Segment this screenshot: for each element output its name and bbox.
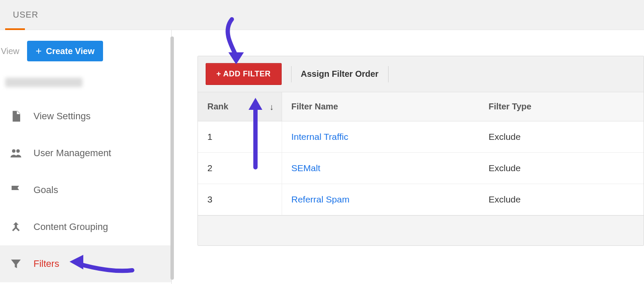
cell-rank: 3 <box>198 184 282 215</box>
cell-name: Internal Traffic <box>282 121 479 153</box>
sidebar: View + Create View View Settings U <box>0 30 172 284</box>
table-row: 2 SEMalt Exclude <box>198 153 644 184</box>
sidebar-nav: View Settings User Management Goals <box>0 98 171 282</box>
filters-panel: + ADD FILTER Assign Filter Order Rank ↓ <box>197 56 644 246</box>
sort-down-icon: ↓ <box>270 102 274 112</box>
tab-user-label: USER <box>13 10 39 20</box>
filter-link[interactable]: SEMalt <box>292 163 321 173</box>
redacted-text <box>5 78 82 87</box>
sidebar-item-view-settings[interactable]: View Settings <box>0 98 171 135</box>
panel-toolbar: + ADD FILTER Assign Filter Order <box>198 56 644 92</box>
cell-name: SEMalt <box>282 153 479 184</box>
col-rank[interactable]: Rank ↓ <box>198 92 282 121</box>
add-filter-label: + ADD FILTER <box>216 69 271 78</box>
svg-point-0 <box>12 149 15 153</box>
cell-type: Exclude <box>479 153 644 184</box>
sidebar-item-content-grouping[interactable]: Content Grouping <box>0 208 171 245</box>
merge-icon <box>9 221 22 233</box>
sidebar-item-filters[interactable]: Filters <box>0 245 171 282</box>
sidebar-item-label: Goals <box>33 184 58 196</box>
content-container: View + Create View View Settings U <box>0 30 644 284</box>
document-icon <box>9 110 22 123</box>
table-row: 1 Internal Traffic Exclude <box>198 121 644 153</box>
plus-icon: + <box>36 46 42 56</box>
sidebar-item-goals[interactable]: Goals <box>0 172 171 208</box>
sidebar-item-label: User Management <box>33 148 111 159</box>
main-content: + ADD FILTER Assign Filter Order Rank ↓ <box>172 30 644 284</box>
flag-icon <box>9 184 22 196</box>
sidebar-item-label: View Settings <box>33 111 91 122</box>
toolbar-divider <box>388 66 389 82</box>
sidebar-item-user-management[interactable]: User Management <box>0 135 171 172</box>
col-filter-name[interactable]: Filter Name <box>282 92 479 121</box>
cell-rank: 2 <box>198 153 282 184</box>
table-row: 3 Referral Spam Exclude <box>198 184 644 215</box>
active-tab-underline <box>5 28 25 30</box>
tab-user[interactable]: USER <box>0 0 52 30</box>
view-row: View + Create View <box>1 41 171 70</box>
col-rank-label: Rank <box>207 102 228 111</box>
cell-rank: 1 <box>198 121 282 153</box>
create-view-label: Create View <box>46 46 94 56</box>
funnel-icon <box>9 257 22 270</box>
users-icon <box>9 147 22 160</box>
assign-filter-order-label: Assign Filter Order <box>301 69 379 79</box>
sidebar-scrollbar[interactable] <box>170 36 174 280</box>
top-tabbar: USER <box>0 0 644 30</box>
toolbar-divider <box>291 66 292 82</box>
table-header-row: Rank ↓ Filter Name Filter Type <box>198 92 644 121</box>
svg-point-1 <box>16 149 20 153</box>
filter-link[interactable]: Referral Spam <box>292 194 349 204</box>
cell-type: Exclude <box>479 184 644 215</box>
sidebar-item-label: Content Grouping <box>33 221 108 233</box>
table-body: 1 Internal Traffic Exclude 2 SEMalt Excl… <box>198 121 644 215</box>
assign-filter-order-link[interactable]: Assign Filter Order <box>301 69 379 79</box>
view-label: View <box>1 46 19 56</box>
cell-type: Exclude <box>479 121 644 153</box>
filters-table: Rank ↓ Filter Name Filter Type 1 <box>198 92 644 215</box>
create-view-button[interactable]: + Create View <box>27 41 103 61</box>
cell-name: Referral Spam <box>282 184 479 215</box>
col-type-label: Filter Type <box>489 102 532 111</box>
add-filter-button[interactable]: + ADD FILTER <box>206 63 282 85</box>
table-footer <box>198 215 644 245</box>
sidebar-item-label: Filters <box>33 258 59 269</box>
col-name-label: Filter Name <box>292 102 338 111</box>
filter-link[interactable]: Internal Traffic <box>292 132 349 142</box>
col-filter-type[interactable]: Filter Type <box>479 92 644 121</box>
